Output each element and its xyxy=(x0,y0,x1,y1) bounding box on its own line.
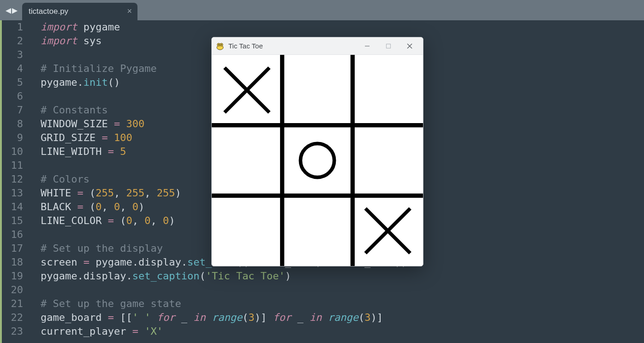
line-number: 17 xyxy=(2,242,30,255)
line-number: 16 xyxy=(2,228,30,242)
line-number: 6 xyxy=(2,89,30,103)
code-line[interactable]: 19pygame.display.set_caption('Tic Tac To… xyxy=(2,269,644,283)
line-number: 9 xyxy=(2,131,30,145)
line-number: 7 xyxy=(2,103,30,117)
code-line[interactable]: 22game_board = [[' ' for _ in range(3)] … xyxy=(2,311,644,325)
line-number: 3 xyxy=(2,48,30,62)
game-title: Tic Tac Toe xyxy=(228,42,263,50)
code-content xyxy=(30,283,644,297)
line-number: 23 xyxy=(2,325,30,338)
code-content: game_board = [[' ' for _ in range(3)] fo… xyxy=(30,311,644,325)
file-tab[interactable]: tictactoe.py × xyxy=(22,3,137,20)
line-number: 11 xyxy=(2,159,30,172)
editor-pane: 1import pygame2import sys34# Initialize … xyxy=(0,20,644,343)
code-line[interactable]: 1import pygame xyxy=(2,20,644,34)
svg-point-3 xyxy=(218,44,219,45)
line-number: 5 xyxy=(2,76,30,89)
svg-rect-6 xyxy=(387,44,391,48)
maximize-button[interactable] xyxy=(378,37,399,55)
nav-right-icon[interactable]: ▶ xyxy=(12,5,18,16)
close-window-button[interactable] xyxy=(399,37,420,55)
file-tab-label: tictactoe.py xyxy=(29,7,68,16)
line-number: 13 xyxy=(2,186,30,200)
tab-nav-arrows: ◀ ▶ xyxy=(3,0,20,20)
game-board[interactable] xyxy=(212,55,423,266)
line-number: 8 xyxy=(2,117,30,131)
tab-bar: ◀ ▶ tictactoe.py × xyxy=(0,0,644,20)
close-icon[interactable]: × xyxy=(127,6,132,16)
line-number: 10 xyxy=(2,145,30,159)
game-window[interactable]: Tic Tac Toe xyxy=(211,37,423,266)
code-content: pygame.display.set_caption('Tic Tac Toe'… xyxy=(30,269,644,283)
line-number: 12 xyxy=(2,172,30,186)
line-number: 19 xyxy=(2,269,30,283)
nav-left-icon[interactable]: ◀ xyxy=(6,5,11,16)
minimize-button[interactable] xyxy=(357,37,378,55)
line-number: 14 xyxy=(2,200,30,214)
line-number: 4 xyxy=(2,62,30,76)
line-number: 21 xyxy=(2,297,30,311)
code-content: # Set up the game state xyxy=(30,297,644,311)
line-number: 1 xyxy=(2,20,30,34)
line-number: 22 xyxy=(2,311,30,325)
line-number: 20 xyxy=(2,283,30,297)
code-line[interactable]: 20 xyxy=(2,283,644,297)
svg-point-15 xyxy=(300,143,334,177)
line-number: 2 xyxy=(2,34,30,48)
svg-point-4 xyxy=(221,44,222,45)
line-number: 15 xyxy=(2,214,30,228)
game-titlebar[interactable]: Tic Tac Toe xyxy=(212,37,423,55)
code-content: import pygame xyxy=(30,20,644,34)
code-line[interactable]: 23current_player = 'X' xyxy=(2,325,644,338)
code-line[interactable]: 21# Set up the game state xyxy=(2,297,644,311)
pygame-icon xyxy=(215,41,225,51)
line-number: 18 xyxy=(2,255,30,269)
code-content: current_player = 'X' xyxy=(30,325,644,338)
